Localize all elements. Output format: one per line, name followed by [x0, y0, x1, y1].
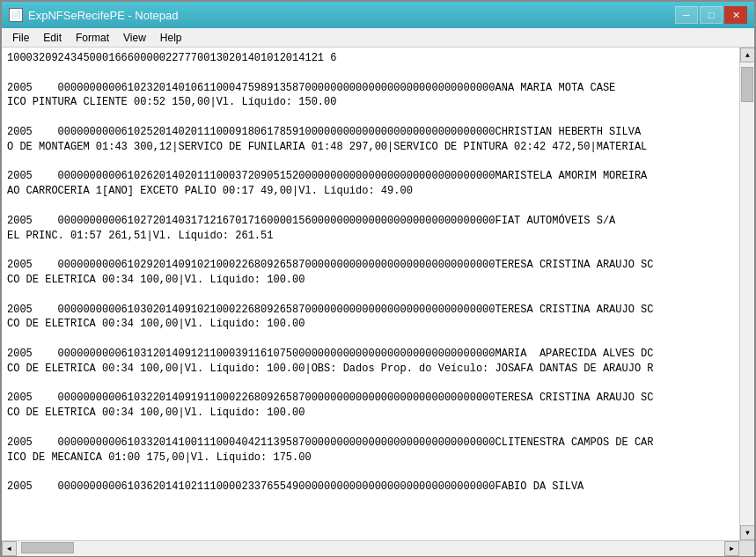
menu-format[interactable]: Format: [69, 30, 116, 46]
scrollbar-corner: [739, 541, 754, 556]
scroll-down-button[interactable]: ▼: [740, 525, 754, 540]
vertical-scrollbar[interactable]: ▲ ▼: [739, 48, 754, 540]
scroll-track-v[interactable]: [740, 62, 754, 525]
menu-view[interactable]: View: [116, 30, 153, 46]
menu-help[interactable]: Help: [153, 30, 189, 46]
close-button[interactable]: ✕: [724, 6, 747, 24]
maximize-button[interactable]: □: [700, 6, 723, 24]
menu-edit[interactable]: Edit: [36, 30, 69, 46]
main-window: 📄 ExpNFSeRecifePE - Notepad ─ □ ✕ File E…: [0, 0, 756, 557]
menu-bar: File Edit Format View Help: [2, 28, 754, 48]
window-title: ExpNFSeRecifePE - Notepad: [28, 9, 179, 22]
minimize-button[interactable]: ─: [675, 6, 698, 24]
window-icon: 📄: [9, 8, 23, 22]
scroll-track-h[interactable]: [17, 541, 724, 556]
scroll-up-button[interactable]: ▲: [740, 48, 754, 62]
menu-file[interactable]: File: [5, 30, 36, 46]
title-bar-controls: ─ □ ✕: [675, 6, 747, 24]
text-editor[interactable]: 1000320924345000166600000227770013020140…: [2, 48, 739, 540]
content-area: 1000320924345000166600000227770013020140…: [2, 48, 754, 540]
scroll-thumb-v[interactable]: [741, 67, 753, 102]
scroll-left-button[interactable]: ◄: [2, 541, 17, 556]
horizontal-scrollbar-container: ◄ ►: [2, 540, 754, 555]
horizontal-scrollbar[interactable]: ◄ ►: [2, 541, 739, 555]
scroll-right-button[interactable]: ►: [724, 541, 739, 556]
title-bar-left: 📄 ExpNFSeRecifePE - Notepad: [9, 8, 179, 22]
title-bar: 📄 ExpNFSeRecifePE - Notepad ─ □ ✕: [2, 2, 754, 28]
scroll-thumb-h[interactable]: [21, 542, 74, 553]
